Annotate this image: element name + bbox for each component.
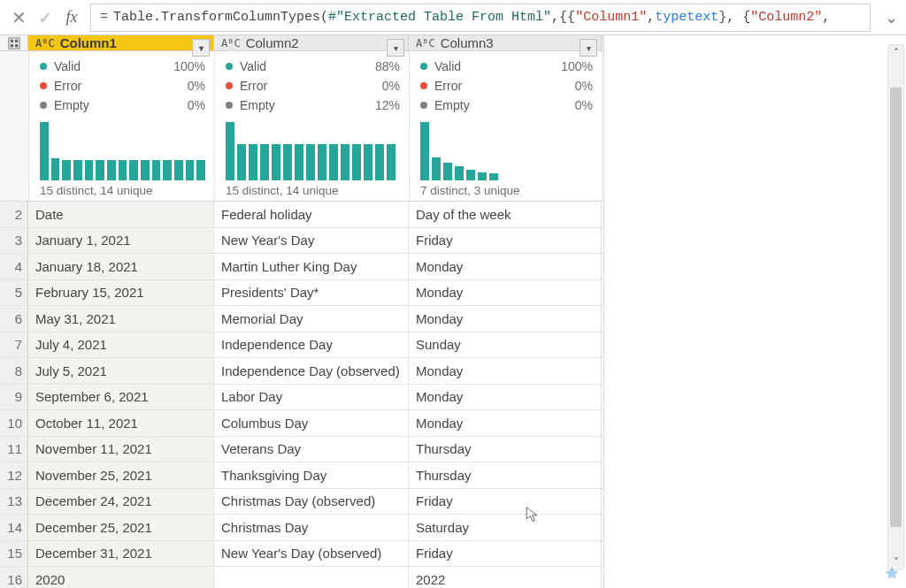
- table-row[interactable]: 12November 25, 2021Thanksgiving DayThurs…: [0, 462, 603, 489]
- cell-column2[interactable]: Christmas Day (observed): [214, 489, 409, 515]
- cell-column2[interactable]: Christmas Day: [214, 515, 409, 540]
- row-number[interactable]: 8: [0, 358, 28, 384]
- table-row[interactable]: 11November 11, 2021Veterans DayThursday: [0, 437, 603, 463]
- table-row[interactable]: 9September 6, 2021Labor DayMonday: [0, 385, 603, 411]
- cell-column2[interactable]: [214, 567, 409, 588]
- row-number[interactable]: 4: [0, 254, 28, 279]
- cell-column1[interactable]: December 31, 2021: [28, 541, 214, 567]
- cell-column3[interactable]: Friday: [409, 228, 602, 254]
- cell-column2[interactable]: Labor Day: [214, 385, 409, 410]
- row-number[interactable]: 10: [0, 410, 28, 436]
- row-number[interactable]: 12: [0, 462, 28, 488]
- cell-column3[interactable]: Friday: [409, 541, 602, 567]
- datatype-text-icon[interactable]: AᴮC: [221, 37, 241, 50]
- row-number[interactable]: 6: [0, 306, 28, 332]
- distribution-chart[interactable]: [40, 122, 205, 180]
- cell-column1[interactable]: January 1, 2021: [28, 228, 214, 254]
- filter-dropdown-button[interactable]: ▾: [387, 39, 404, 57]
- row-number[interactable]: 7: [0, 332, 28, 358]
- cancel-formula-button[interactable]: ✕: [5, 4, 32, 31]
- distribution-chart[interactable]: [420, 122, 593, 180]
- quality-metric-empty: Empty0%: [40, 95, 205, 115]
- table-row[interactable]: 10October 11, 2021Columbus DayMonday: [0, 410, 603, 437]
- accept-formula-button[interactable]: ✓: [32, 4, 58, 31]
- row-number[interactable]: 15: [0, 541, 28, 567]
- cell-column1[interactable]: July 4, 2021: [28, 332, 214, 358]
- cell-column2[interactable]: Independence Day: [214, 332, 409, 358]
- quality-metric-valid: Valid88%: [226, 57, 400, 76]
- cell-column1[interactable]: November 11, 2021: [28, 437, 214, 462]
- fx-icon[interactable]: fx: [58, 4, 85, 31]
- cell-column3[interactable]: Thursday: [409, 437, 602, 462]
- row-number[interactable]: 11: [0, 437, 28, 462]
- column-header-column1[interactable]: AᴮCColumn1▾: [28, 35, 214, 50]
- table-row[interactable]: 5February 15, 2021Presidents' Day*Monday: [0, 280, 603, 307]
- cell-column3[interactable]: Saturday: [409, 515, 602, 540]
- cell-column1[interactable]: January 18, 2021: [28, 254, 214, 279]
- column-profile-column2: Valid88%Error0%Empty12%15 distinct, 14 u…: [215, 51, 410, 201]
- formula-input[interactable]: = Table.TransformColumnTypes( #"Extracte…: [90, 4, 871, 32]
- row-number[interactable]: 16: [0, 567, 28, 588]
- cell-column2[interactable]: New Year's Day (observed): [214, 541, 409, 567]
- table-row[interactable]: 1620202022: [0, 567, 603, 588]
- scroll-thumb[interactable]: [890, 88, 902, 527]
- cell-column3[interactable]: Monday: [409, 254, 602, 279]
- table-row[interactable]: 13December 24, 2021Christmas Day (observ…: [0, 489, 603, 515]
- cell-column1[interactable]: December 24, 2021: [28, 489, 214, 515]
- cell-column3[interactable]: Monday: [409, 306, 602, 332]
- cell-column2[interactable]: Martin Luther King Day: [214, 254, 409, 279]
- cell-column1[interactable]: September 6, 2021: [28, 385, 214, 410]
- cell-column2[interactable]: Presidents' Day*: [214, 280, 409, 306]
- datatype-text-icon[interactable]: AᴮC: [35, 37, 55, 50]
- cell-column1[interactable]: 2020: [28, 567, 214, 588]
- row-number[interactable]: 5: [0, 280, 28, 306]
- cell-column3[interactable]: Thursday: [409, 462, 602, 488]
- cell-column3[interactable]: Monday: [409, 385, 602, 410]
- cell-column2[interactable]: Memorial Day: [214, 306, 409, 332]
- column-header-column3[interactable]: AᴮCColumn3▾: [409, 35, 602, 50]
- table-row[interactable]: 14December 25, 2021Christmas DaySaturday: [0, 515, 603, 541]
- filter-dropdown-button[interactable]: ▾: [580, 39, 597, 57]
- cell-column1[interactable]: May 31, 2021: [28, 306, 214, 332]
- distribution-chart[interactable]: [226, 122, 400, 180]
- row-number[interactable]: 14: [0, 515, 28, 540]
- table-row[interactable]: 2DateFederal holidayDay of the week: [0, 202, 603, 228]
- cell-column3[interactable]: Friday: [409, 489, 602, 515]
- table-row[interactable]: 6May 31, 2021Memorial DayMonday: [0, 306, 603, 332]
- table-row[interactable]: 15December 31, 2021New Year's Day (obser…: [0, 541, 603, 568]
- cell-column2[interactable]: Columbus Day: [214, 410, 409, 436]
- cell-column1[interactable]: December 25, 2021: [28, 515, 214, 540]
- cell-column1[interactable]: July 5, 2021: [28, 358, 214, 384]
- row-number[interactable]: 9: [0, 385, 28, 410]
- scroll-up-button[interactable]: ˄: [888, 45, 903, 60]
- vertical-scrollbar[interactable]: ˄ ˅: [887, 44, 904, 570]
- cell-column3[interactable]: Monday: [409, 358, 602, 384]
- valid-dot-icon: [420, 63, 427, 70]
- cell-column1[interactable]: November 25, 2021: [28, 462, 214, 488]
- cell-column3[interactable]: Monday: [409, 410, 602, 436]
- cell-column3[interactable]: Monday: [409, 280, 602, 306]
- row-number[interactable]: 3: [0, 228, 28, 254]
- cell-column2[interactable]: Federal holiday: [214, 202, 409, 227]
- cell-column1[interactable]: February 15, 2021: [28, 280, 214, 306]
- cell-column1[interactable]: October 11, 2021: [28, 410, 214, 436]
- cell-column1[interactable]: Date: [28, 202, 214, 227]
- table-row[interactable]: 4January 18, 2021Martin Luther King DayM…: [0, 254, 603, 280]
- cell-column2[interactable]: Independence Day (observed): [214, 358, 409, 384]
- filter-dropdown-button[interactable]: ▾: [192, 39, 210, 57]
- cell-column2[interactable]: New Year's Day: [214, 228, 409, 254]
- select-all-table-button[interactable]: [0, 35, 28, 50]
- expand-formula-button[interactable]: ⌄: [876, 4, 906, 31]
- cell-column2[interactable]: Thanksgiving Day: [214, 462, 409, 488]
- table-row[interactable]: 7July 4, 2021Independence DaySunday: [0, 332, 603, 359]
- table-row[interactable]: 8July 5, 2021Independence Day (observed)…: [0, 358, 603, 385]
- cell-column3[interactable]: Day of the week: [409, 202, 602, 227]
- cell-column3[interactable]: Sunday: [409, 332, 602, 358]
- cell-column3[interactable]: 2022: [409, 567, 602, 588]
- row-number[interactable]: 2: [0, 202, 28, 227]
- datatype-text-icon[interactable]: AᴮC: [416, 37, 435, 50]
- column-header-column2[interactable]: AᴮCColumn2▾: [214, 35, 409, 50]
- table-row[interactable]: 3January 1, 2021New Year's DayFriday: [0, 228, 603, 255]
- cell-column2[interactable]: Veterans Day: [214, 437, 409, 462]
- row-number[interactable]: 13: [0, 489, 28, 515]
